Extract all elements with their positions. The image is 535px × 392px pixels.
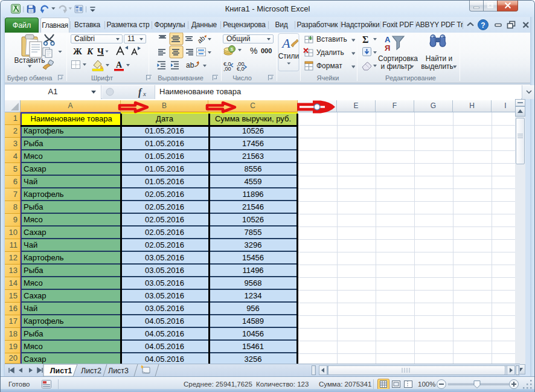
svg-text:$: $ — [231, 47, 234, 52]
svg-text:Формат: Формат — [316, 62, 342, 70]
svg-text:Я: Я — [385, 43, 390, 53]
svg-text:выделить: выделить — [421, 62, 453, 71]
svg-text:А: А — [116, 60, 123, 69]
svg-text:и фильтр: и фильтр — [380, 62, 411, 71]
svg-text:Ч: Ч — [97, 47, 104, 56]
svg-text:€,0: €,0 — [237, 66, 245, 72]
svg-text:Σ: Σ — [362, 34, 368, 45]
svg-text:?: ? — [481, 21, 485, 30]
svg-text:Найти и: Найти и — [426, 54, 452, 63]
svg-text:Ж: Ж — [73, 47, 82, 56]
svg-text:ab: ab — [186, 61, 194, 69]
svg-text:Лист1: Лист1 — [50, 367, 72, 375]
svg-text:Стили: Стили — [278, 52, 300, 60]
svg-text:А: А — [385, 35, 391, 44]
svg-text:%: % — [250, 46, 257, 56]
svg-text:Удалить: Удалить — [316, 48, 344, 57]
svg-text:,00: ,00 — [223, 66, 231, 72]
svg-text:К: К — [86, 47, 94, 56]
svg-text:Лист3: Лист3 — [108, 367, 129, 375]
svg-text:Сортировка: Сортировка — [378, 54, 418, 63]
svg-text:ab: ab — [196, 34, 206, 45]
svg-text:f: f — [138, 87, 143, 98]
svg-text:000: 000 — [261, 47, 272, 54]
svg-text:x: x — [143, 90, 146, 97]
svg-text:Лист2: Лист2 — [81, 367, 101, 375]
svg-text:A: A — [281, 36, 290, 51]
svg-text:Вставить: Вставить — [316, 35, 347, 43]
